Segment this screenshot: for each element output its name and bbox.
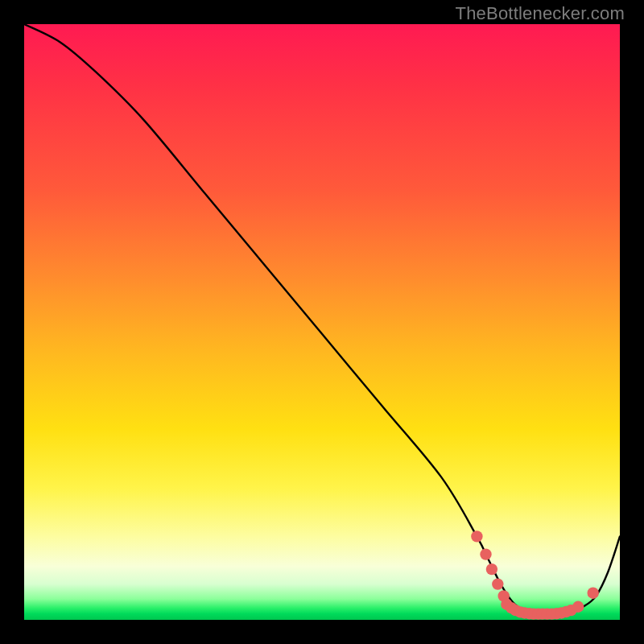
watermark-text: TheBottleneсker.com (456, 3, 625, 24)
data-marker (492, 578, 503, 589)
data-marker (588, 588, 599, 599)
data-marker (486, 564, 497, 575)
chart-plot-area (24, 24, 620, 620)
data-marker (480, 548, 491, 559)
curve-line (24, 24, 620, 614)
data-marker (572, 601, 584, 613)
chart-svg (24, 24, 620, 620)
data-marker (471, 530, 482, 542)
chart-frame: TheBottleneсker.com (0, 0, 644, 644)
